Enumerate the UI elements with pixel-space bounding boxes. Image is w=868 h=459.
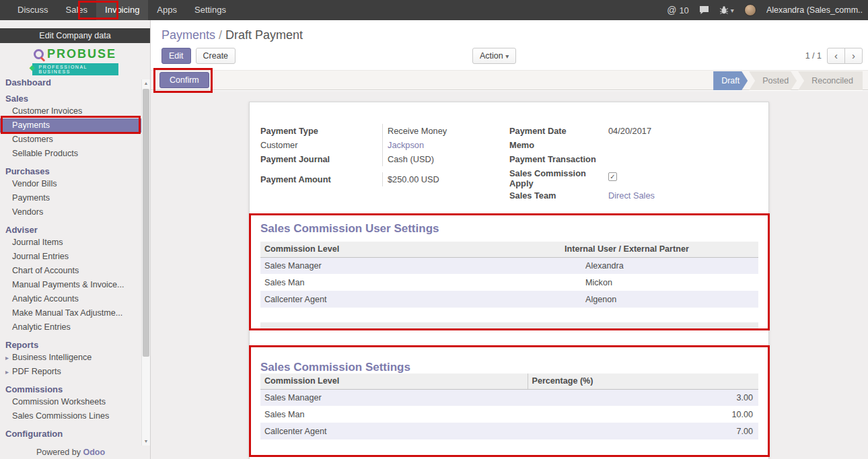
sidebar-header-commissions[interactable]: Commissions [0, 384, 141, 395]
state-draft[interactable]: Draft [713, 71, 748, 90]
caret-down-icon: ▾ [505, 52, 509, 60]
app-menu: Discuss Sales Invoicing Apps Settings [0, 0, 235, 20]
sidebar-item-label: PDF Reports [12, 367, 61, 376]
breadcrumb-payments-link[interactable]: Payments [161, 28, 215, 42]
powered-by-text: Powered by [36, 448, 83, 457]
action-label: Action [480, 51, 503, 61]
main-panel: Payments/Draft Payment Edit Create Actio… [151, 20, 868, 459]
sidebar-scrollbar[interactable]: ▲ ▼ [141, 79, 150, 446]
bug-icon [719, 5, 729, 15]
form-buttons: Edit Create [161, 48, 236, 64]
customer-value-link[interactable]: Jackpson [382, 138, 510, 152]
create-button[interactable]: Create [196, 48, 236, 64]
pager-previous-button[interactable]: ‹ [827, 48, 845, 64]
sidebar-item-pdf-reports[interactable]: ▸PDF Reports [0, 365, 141, 379]
sidebar-item-label: Business Intelligence [12, 353, 92, 362]
topbar-right: @ 10 ▾ Alexandra [667, 4, 868, 16]
sidebar-item-customer-invoices[interactable]: Customer Invoices [0, 104, 141, 118]
debug-menu-button[interactable]: ▾ [719, 5, 734, 15]
messages-button[interactable] [699, 5, 709, 15]
sidebar-header-adviser[interactable]: Adviser [0, 224, 141, 236]
user-menu[interactable] [744, 4, 756, 16]
sidebar-item-business-intelligence[interactable]: ▸Business Intelligence [0, 351, 141, 365]
table-row[interactable]: Sales Manager 3.00 [260, 389, 758, 406]
sales-team-value-link[interactable]: Direct Sales [604, 188, 759, 203]
sidebar-item-chart-of-accounts[interactable]: Chart of Accounts [0, 264, 141, 278]
scrollbar-thumb[interactable] [143, 89, 149, 357]
edit-company-button[interactable]: Edit Company data [0, 28, 150, 43]
magnifier-logo-icon [34, 49, 44, 59]
scroll-down-arrow[interactable]: ▼ [142, 437, 150, 446]
sidebar-header-configuration[interactable]: Configuration [0, 428, 141, 439]
sidebar-header-sales[interactable]: Sales [0, 93, 141, 104]
sidebar-item-payments[interactable]: Payments [0, 118, 141, 133]
sales-commission-apply-checkbox[interactable]: ✓ [608, 172, 617, 181]
confirm-button[interactable]: Confirm [159, 72, 209, 88]
odoo-brand[interactable]: Odoo [83, 448, 105, 457]
customer-label: Customer [260, 138, 382, 152]
sidebar-item-customers[interactable]: Customers [0, 133, 141, 147]
table-row[interactable]: Sales Man 10.00 [260, 406, 758, 423]
field-sales-team: Sales Team Direct Sales [509, 188, 759, 203]
cell-level: Sales Manager [260, 389, 528, 406]
sidebar-header-reports[interactable]: Reports [0, 339, 141, 351]
table-row[interactable]: Sales Manager Alexandra [260, 257, 758, 274]
sidebar-item-journal-items[interactable]: Journal Items [0, 236, 141, 250]
payment-journal-label: Payment Journal [260, 152, 382, 166]
sidebar-menu: Dashboard Sales Customer Invoices Paymen… [0, 77, 141, 439]
user-name[interactable]: Alexandra (Sales_comm.. [766, 5, 863, 15]
sidebar-item-commission-worksheets[interactable]: Commission Worksheets [0, 395, 141, 409]
sidebar-item-sales-commissions-lines[interactable]: Sales Commissions Lines [0, 409, 141, 423]
state-reconciled[interactable]: Reconciled [798, 71, 863, 90]
field-sales-commission-apply: Sales Commission Apply ✓ [509, 166, 759, 188]
status-states: Draft Posted Reconciled [713, 71, 863, 90]
field-payment-transaction: Payment Transaction [509, 152, 759, 166]
sidebar-item-vendors[interactable]: Vendors [0, 205, 141, 219]
pager-next-button[interactable]: › [844, 48, 863, 64]
column-percentage[interactable]: Percentage (%) [528, 374, 758, 389]
nav-settings[interactable]: Settings [186, 0, 235, 20]
at-icon: @ [667, 5, 676, 15]
logo-subtitle: ◆ PROFESSIONAL BUSINESS [32, 63, 118, 75]
scroll-up-arrow[interactable]: ▲ [142, 79, 150, 87]
table-row[interactable]: Callcenter Agent Algenon [260, 291, 758, 308]
mentions-button[interactable]: @ 10 [667, 5, 689, 15]
sales-team-label: Sales Team [509, 188, 604, 203]
column-commission-level[interactable]: Commission Level [260, 374, 528, 389]
nav-discuss[interactable]: Discuss [9, 0, 57, 20]
memo-value [604, 138, 759, 152]
nav-apps[interactable]: Apps [148, 0, 186, 20]
sidebar-item-sellable-products[interactable]: Sellable Products [0, 147, 141, 161]
sidebar-item-manual-tax-adjustments[interactable]: Make Manual Tax Adjustme... [0, 306, 141, 320]
sidebar-item-manual-payments[interactable]: Manual Payments & Invoice... [0, 278, 141, 292]
sales-commission-apply-label: Sales Commission Apply [509, 166, 604, 188]
edit-button[interactable]: Edit [161, 48, 191, 64]
sidebar-item-purchase-payments[interactable]: Payments [0, 191, 141, 205]
payment-date-value: 04/20/2017 [604, 124, 759, 138]
table-row[interactable]: Callcenter Agent 7.00 [260, 423, 758, 439]
chat-bubble-icon [699, 5, 709, 15]
nav-invoicing[interactable]: Invoicing [96, 0, 148, 20]
sidebar-item-vendor-bills[interactable]: Vendor Bills [0, 177, 141, 191]
sidebar-item-journal-entries[interactable]: Journal Entries [0, 250, 141, 264]
table-header-row: Commission Level Internal User / Externa… [260, 242, 758, 257]
nav-sales[interactable]: Sales [57, 0, 97, 20]
powered-by-odoo: Powered by Odoo [0, 448, 141, 457]
cell-percentage: 3.00 [528, 389, 758, 406]
sidebar-item-analytic-accounts[interactable]: Analytic Accounts [0, 292, 141, 306]
user-settings-table: Commission Level Internal User / Externa… [260, 242, 758, 308]
sidebar-item-analytic-entries[interactable]: Analytic Entries [0, 320, 141, 334]
column-internal-user[interactable]: Internal User / External Partner [563, 242, 758, 257]
form-left-column: Payment Type Receive Money Customer Jack… [260, 124, 510, 186]
field-payment-date: Payment Date 04/20/2017 [509, 124, 759, 138]
column-commission-level[interactable]: Commission Level [260, 242, 563, 257]
cell-level: Sales Manager [260, 257, 563, 274]
sidebar-header-purchases[interactable]: Purchases [0, 166, 141, 177]
payment-type-label: Payment Type [260, 124, 382, 138]
action-dropdown[interactable]: Action ▾ [472, 48, 516, 64]
user-avatar [744, 4, 756, 16]
cell-level: Sales Man [260, 274, 563, 291]
state-posted[interactable]: Posted [749, 71, 797, 90]
table-row[interactable]: Sales Man Mickon [260, 274, 758, 291]
sidebar-header-dashboard[interactable]: Dashboard [0, 77, 141, 88]
